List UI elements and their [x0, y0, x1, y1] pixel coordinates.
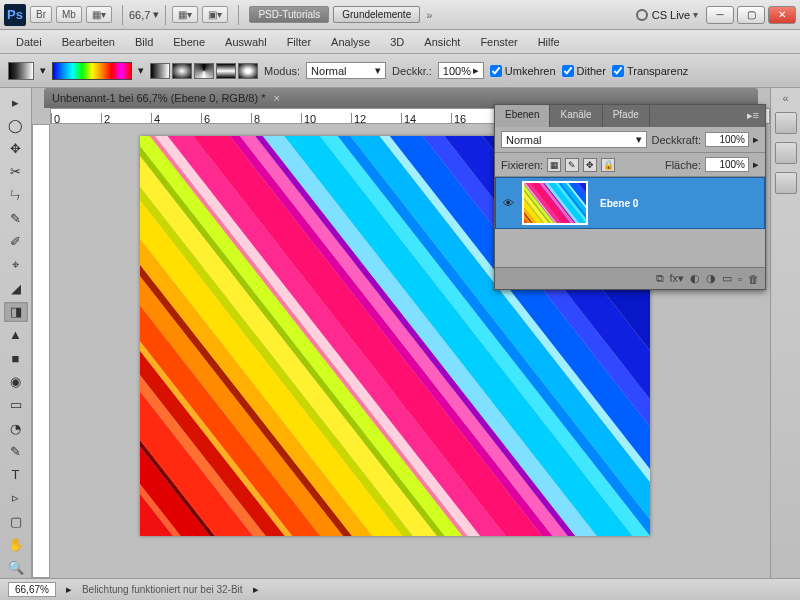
status-zoom[interactable]: 66,67% — [8, 582, 56, 597]
tab-pfade[interactable]: Pfade — [603, 105, 650, 127]
group-icon[interactable]: ▭ — [722, 272, 732, 285]
adjustments-panel-icon[interactable] — [775, 142, 797, 164]
mask-icon[interactable]: ◐ — [690, 272, 700, 285]
tab-kanale[interactable]: Kanäle — [550, 105, 602, 127]
linear-gradient[interactable] — [150, 63, 170, 79]
cslive-button[interactable]: CS Live ▾ — [636, 9, 698, 21]
lock-transparent[interactable]: ▦ — [547, 158, 561, 172]
workspace-button[interactable]: Grundelemente — [333, 6, 420, 23]
status-arrow-icon[interactable]: ▸ — [66, 583, 72, 596]
minimize-button[interactable]: ─ — [706, 6, 734, 24]
visibility-icon[interactable]: 👁 — [496, 197, 520, 209]
tab-ebenen[interactable]: Ebenen — [495, 105, 550, 127]
gradient-dropdown-icon[interactable]: ▾ — [138, 64, 144, 77]
menu-analyse[interactable]: Analyse — [321, 33, 380, 51]
blend-mode-dropdown[interactable]: Normal▾ — [501, 131, 647, 148]
fill-field[interactable]: 100% — [705, 157, 749, 172]
layer-opacity-field[interactable]: 100% — [705, 132, 749, 147]
tool-gradient[interactable]: ◨ — [4, 302, 28, 322]
zoom-dropdown-icon[interactable]: ▾ — [150, 8, 159, 21]
panel-menu-icon[interactable]: ▸≡ — [741, 105, 765, 127]
status-message: Belichtung funktioniert nur bei 32-Bit — [82, 584, 243, 595]
tool-blur[interactable]: ▲ — [4, 325, 28, 345]
zoom-readout: 66,7 — [129, 9, 150, 21]
collapse-icon[interactable]: « — [782, 92, 788, 104]
tool-path[interactable]: ▭ — [4, 395, 28, 415]
layer-thumbnail[interactable] — [522, 181, 588, 225]
diamond-gradient[interactable] — [238, 63, 258, 79]
lock-pixels[interactable]: ✎ — [565, 158, 579, 172]
opacity-dropdown[interactable]: 100%▸ — [438, 62, 484, 79]
tool-eraser[interactable]: ◢ — [4, 278, 28, 298]
link-layers-icon[interactable]: ⧉ — [656, 272, 664, 285]
layer-opacity-label: Deckkraft: — [651, 134, 701, 146]
tool-lasso[interactable]: ✥ — [4, 139, 28, 159]
status-more-icon[interactable]: ▸ — [253, 583, 259, 596]
menu-bearbeiten[interactable]: Bearbeiten — [52, 33, 125, 51]
more-workspaces-icon[interactable]: » — [420, 9, 438, 21]
menu-auswahl[interactable]: Auswahl — [215, 33, 277, 51]
layout-button[interactable]: ▦▾ — [86, 6, 112, 23]
minibridge-button[interactable]: Mb — [56, 6, 82, 23]
swatch-dropdown-icon[interactable]: ▾ — [40, 64, 46, 77]
fx-icon[interactable]: fx▾ — [670, 272, 685, 285]
tool-eyedropper[interactable]: ㄣ — [4, 185, 28, 205]
tool-crop[interactable]: ✂ — [4, 162, 28, 182]
lock-label: Fixieren: — [501, 159, 543, 171]
menu-filter[interactable]: Filter — [277, 33, 321, 51]
menu-bild[interactable]: Bild — [125, 33, 163, 51]
tool-dodge[interactable]: ◉ — [4, 371, 28, 391]
trash-icon[interactable]: 🗑 — [748, 273, 759, 285]
gradient-preview[interactable] — [52, 62, 132, 80]
bridge-button[interactable]: Br — [30, 6, 52, 23]
layer-name[interactable]: Ebene 0 — [590, 198, 638, 209]
menu-hilfe[interactable]: Hilfe — [528, 33, 570, 51]
angle-gradient[interactable] — [194, 63, 214, 79]
transparency-checkbox[interactable]: Transparenz — [612, 65, 688, 77]
tool-hand2[interactable]: ✋ — [4, 534, 28, 554]
tool-text[interactable]: T — [4, 465, 28, 485]
dither-checkbox[interactable]: Dither — [562, 65, 606, 77]
lock-position[interactable]: ✥ — [583, 158, 597, 172]
tool-marquee[interactable]: ◯ — [4, 115, 28, 135]
menu-ansicht[interactable]: Ansicht — [414, 33, 470, 51]
menu-fenster[interactable]: Fenster — [470, 33, 527, 51]
menu-datei[interactable]: Datei — [6, 33, 52, 51]
menu-3d[interactable]: 3D — [380, 33, 414, 51]
layers-panel-icon[interactable] — [775, 112, 797, 134]
mode-label: Modus: — [264, 65, 300, 77]
mode-dropdown[interactable]: Normal▾ — [306, 62, 386, 79]
styles-panel-icon[interactable] — [775, 172, 797, 194]
radial-gradient[interactable] — [172, 63, 192, 79]
tool-rectangle[interactable]: ■ — [4, 348, 28, 368]
close-button[interactable]: ✕ — [768, 6, 796, 24]
tool-type[interactable]: ✎ — [4, 441, 28, 461]
close-tab-icon[interactable]: × — [273, 92, 279, 104]
fill-arrow-icon[interactable]: ▸ — [753, 158, 759, 171]
reflected-gradient[interactable] — [216, 63, 236, 79]
menu-ebene[interactable]: Ebene — [163, 33, 215, 51]
photoshop-logo: Ps — [4, 4, 26, 26]
lock-all[interactable]: 🔒 — [601, 158, 615, 172]
opacity-arrow-icon[interactable]: ▸ — [753, 133, 759, 146]
layers-panel: Ebenen Kanäle Pfade ▸≡ Normal▾ Deckkraft… — [494, 104, 766, 290]
tutorials-button[interactable]: PSD-Tutorials — [249, 6, 329, 23]
new-layer-icon[interactable]: ▫ — [738, 273, 742, 285]
tool-pencil[interactable]: ✐ — [4, 232, 28, 252]
tool-stamp[interactable]: ⌖ — [4, 255, 28, 275]
reverse-checkbox[interactable]: Umkehren — [490, 65, 556, 77]
tool-pen[interactable]: ◔ — [4, 418, 28, 438]
fill-label: Fläche: — [665, 159, 701, 171]
opacity-label: Deckkr.: — [392, 65, 432, 77]
fg-bg-swatch[interactable] — [8, 62, 34, 80]
tool-zoom[interactable]: 🔍 — [4, 558, 28, 578]
tool-hand[interactable]: ▢ — [4, 511, 28, 531]
view-toggle[interactable]: ▦▾ — [172, 6, 198, 23]
tool-move[interactable]: ▸ — [4, 92, 28, 112]
tool-shape[interactable]: ▹ — [4, 488, 28, 508]
maximize-button[interactable]: ▢ — [737, 6, 765, 24]
layer-row[interactable]: 👁 Ebene 0 — [495, 177, 765, 229]
tool-brush[interactable]: ✎ — [4, 208, 28, 228]
screen-mode[interactable]: ▣▾ — [202, 6, 228, 23]
adjustment-icon[interactable]: ◑ — [706, 272, 716, 285]
